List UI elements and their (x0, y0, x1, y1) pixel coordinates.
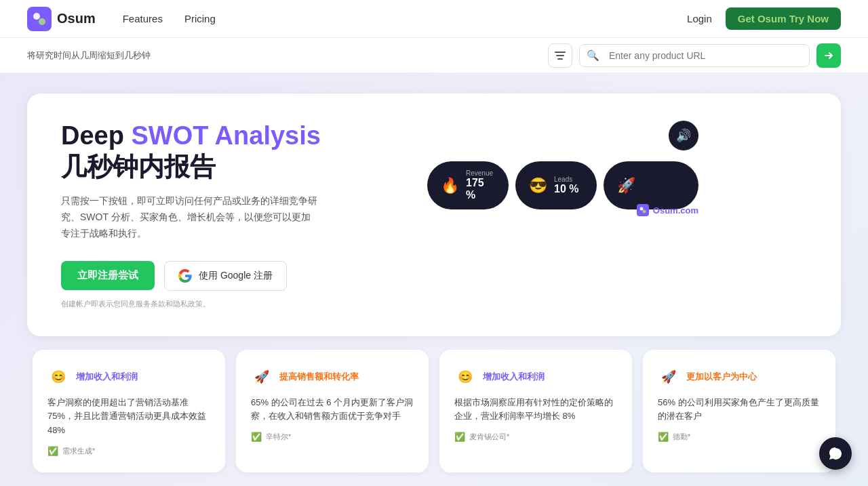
hero-right: 🔊 🔥 Revenue 175 % 😎 Leads 10 % (427, 121, 698, 209)
feature-title-3: 更加以客户为中心 (686, 371, 757, 383)
source-label-1: 辛特尔* (266, 432, 291, 442)
feature-title-1: 提高销售额和转化率 (279, 371, 359, 383)
filter-button[interactable] (548, 43, 572, 68)
sound-icon: 🔊 (676, 128, 691, 143)
hero-title: Deep SWOT Analysis 几秒钟内报告 (61, 121, 400, 182)
rocket-emoji: 🚀 (617, 177, 635, 195)
feature-title-0: 增加收入和利润 (76, 371, 138, 383)
cta-main: Get Osum (738, 13, 787, 24)
feature-card-3: 🚀 更加以客户为中心 56% 的公司利用买家角色产生了更高质量的潜在客户 ✅ 德… (643, 350, 835, 472)
hero-description: 只需按一下按钮，即可立即访问任何产品或业务的详细竞争研究、SWOT 分析、买家角… (61, 193, 319, 241)
metric-revenue: 🔥 Revenue 175 % (427, 161, 509, 209)
revenue-emoji: 🔥 (441, 177, 459, 195)
feature-source-3: ✅ 德勤* (658, 432, 821, 442)
feature-source-0: ✅ 需求生成* (47, 446, 210, 456)
chat-button[interactable] (819, 437, 852, 470)
main-content: Deep SWOT Analysis 几秒钟内报告 只需按一下按钮，即可立即访问… (0, 73, 868, 486)
google-signup-button[interactable]: 使用 Google 注册 (164, 261, 287, 291)
svg-rect-6 (637, 204, 649, 216)
logo-text: Osum (57, 11, 96, 26)
arrow-right-icon (824, 51, 833, 60)
feature-card-2: 😊 增加收入和利润 根据市场洞察应用有针对性的定价策略的企业，营业利润率平均增长… (439, 350, 632, 472)
signup-button[interactable]: 立即注册尝试 (61, 261, 155, 290)
check-icon-2: ✅ (454, 432, 465, 442)
feature-body-3: 56% 的公司利用买家角色产生了更高质量的潜在客户 (658, 396, 821, 424)
hero-buttons: 立即注册尝试 使用 Google 注册 (61, 261, 400, 291)
source-label-2: 麦肯锡公司* (469, 432, 509, 442)
feature-icon-0: 😊 (47, 366, 69, 388)
search-input-wrap: 🔍 (579, 44, 810, 67)
google-signup-label: 使用 Google 注册 (199, 270, 273, 282)
chat-icon (828, 446, 843, 461)
hero-brand: Osum.com (637, 204, 698, 216)
svg-point-7 (639, 207, 643, 211)
feature-card-1: 🚀 提高销售额和转化率 65% 的公司在过去 6 个月内更新了客户洞察，在收入和… (236, 350, 429, 472)
hero-terms: 创建帐户即表示您同意服务条款和隐私政策。 (61, 299, 400, 309)
revenue-value: 175 % (466, 177, 484, 201)
hero-card: Deep SWOT Analysis 几秒钟内报告 只需按一下按钮，即可立即访问… (27, 94, 841, 336)
feature-header-3: 🚀 更加以客户为中心 (658, 366, 821, 388)
search-controls: 🔍 (548, 43, 841, 68)
hero-left: Deep SWOT Analysis 几秒钟内报告 只需按一下按钮，即可立即访问… (61, 121, 400, 309)
check-icon-3: ✅ (658, 432, 669, 442)
feature-header-2: 😊 增加收入和利润 (454, 366, 617, 388)
search-icon: 🔍 (580, 49, 606, 62)
source-label-0: 需求生成* (62, 446, 95, 456)
logo[interactable]: Osum (27, 7, 96, 31)
check-icon-0: ✅ (47, 446, 58, 456)
feature-body-1: 65% 的公司在过去 6 个月内更新了客户洞察，在收入和销售额方面优于竞争对手 (251, 396, 414, 424)
svg-rect-5 (557, 58, 563, 60)
metrics-row: 🔥 Revenue 175 % 😎 Leads 10 % 🚀 (427, 161, 698, 209)
nav-pricing-link[interactable]: Pricing (184, 13, 216, 24)
metric-rocket: 🚀 (604, 161, 698, 209)
google-icon (178, 269, 192, 283)
leads-value: 10 % (554, 183, 578, 195)
svg-rect-3 (555, 52, 566, 53)
svg-point-8 (642, 210, 646, 214)
nav-links: Features Pricing (123, 13, 687, 24)
source-label-3: 德勤* (673, 432, 690, 442)
feature-source-1: ✅ 辛特尔* (251, 432, 414, 442)
nav-features-link[interactable]: Features (123, 13, 163, 24)
navbar: Osum Features Pricing Login Get Osum Try… (0, 0, 868, 38)
search-go-button[interactable] (816, 43, 841, 68)
leads-emoji: 😎 (529, 177, 547, 195)
logo-icon (27, 7, 52, 31)
nav-right: Login Get Osum Try Now (687, 7, 841, 30)
search-tagline: 将研究时间从几周缩短到几秒钟 (27, 49, 540, 62)
feature-source-2: ✅ 麦肯锡公司* (454, 432, 617, 442)
svg-rect-0 (27, 7, 52, 31)
hero-title-sub: 几秒钟内报告 (61, 153, 216, 181)
check-icon-1: ✅ (251, 432, 262, 442)
metric-leads: 😎 Leads 10 % (515, 161, 597, 209)
svg-point-1 (33, 13, 40, 20)
search-input[interactable] (606, 45, 809, 66)
feature-body-2: 根据市场洞察应用有针对性的定价策略的企业，营业利润率平均增长 8% (454, 396, 617, 424)
hero-title-accent: SWOT Analysis (131, 121, 320, 150)
feature-icon-2: 😊 (454, 366, 476, 388)
cta-sub: Try Now (789, 13, 829, 24)
svg-point-2 (39, 18, 45, 25)
login-button[interactable]: Login (687, 13, 712, 24)
filter-icon (555, 52, 566, 60)
sound-button[interactable]: 🔊 (669, 121, 698, 150)
feature-header-0: 😊 增加收入和利润 (47, 366, 210, 388)
feature-body-0: 客户洞察的使用超出了营销活动基准 75%，并且比普通营销活动更具成本效益 48% (47, 396, 210, 438)
revenue-label: Revenue (466, 169, 495, 177)
brand-icon (637, 204, 649, 216)
get-osum-button[interactable]: Get Osum Try Now (726, 7, 841, 30)
feature-title-2: 增加收入和利润 (483, 371, 545, 383)
svg-rect-4 (556, 55, 564, 56)
leads-label: Leads (554, 176, 578, 183)
search-bar: 将研究时间从几周缩短到几秒钟 🔍 (0, 38, 868, 73)
feature-icon-1: 🚀 (251, 366, 273, 388)
features-section: 😊 增加收入和利润 客户洞察的使用超出了营销活动基准 75%，并且比普通营销活动… (27, 350, 841, 472)
feature-card-0: 😊 增加收入和利润 客户洞察的使用超出了营销活动基准 75%，并且比普通营销活动… (33, 350, 225, 472)
feature-icon-3: 🚀 (658, 366, 679, 388)
hero-title-plain: Deep (61, 121, 131, 150)
feature-header-1: 🚀 提高销售额和转化率 (251, 366, 414, 388)
hero-brand-label: Osum.com (653, 205, 698, 216)
